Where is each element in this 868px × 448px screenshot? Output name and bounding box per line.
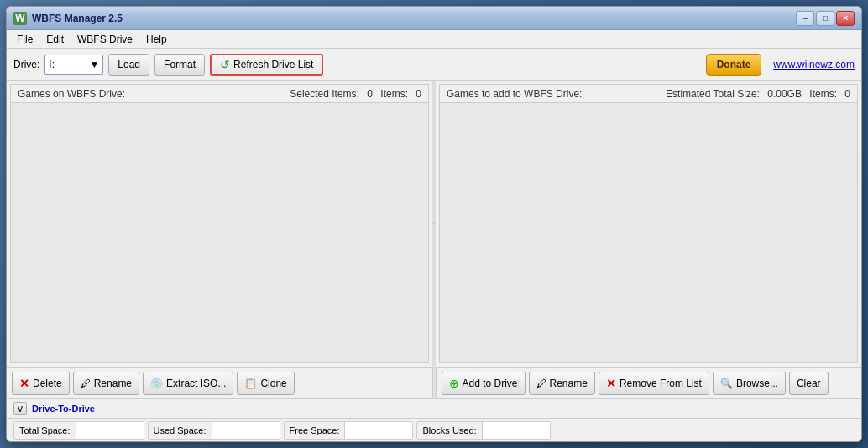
delete-label: Delete — [33, 378, 62, 389]
used-space-label: Used Space: — [149, 422, 212, 439]
window-controls: – □ ✕ — [796, 11, 855, 26]
free-space-value — [345, 422, 412, 439]
menu-bar: File Edit WBFS Drive Help — [7, 30, 861, 49]
total-space-label: Total Space: — [14, 422, 76, 439]
left-panel: Games on WBFS Drive: Selected Items: 0 I… — [10, 84, 429, 363]
estimated-size-label: Estimated Total Size: — [666, 88, 760, 100]
refresh-label: Refresh Drive List — [233, 59, 313, 70]
refresh-icon: ↺ — [220, 58, 230, 71]
drive-value: I: — [49, 59, 55, 70]
rename-left-label: Rename — [94, 378, 132, 389]
status-bar: Total Space: Used Space: Free Space: Blo… — [7, 418, 861, 441]
selected-items-label: Selected Items: — [290, 88, 359, 100]
blocks-used-label: Blocks Used: — [417, 422, 482, 439]
used-space-value — [212, 422, 280, 439]
extract-icon: 💿 — [150, 378, 163, 389]
drive-dropdown[interactable]: I: ▼ — [44, 55, 103, 75]
donate-button[interactable]: Donate — [706, 54, 762, 76]
total-space-value — [76, 422, 144, 439]
rename-right-button[interactable]: 🖊 Rename — [529, 372, 595, 395]
menu-wbfs-drive[interactable]: WBFS Drive — [71, 32, 139, 47]
right-panel: Games to add to WBFS Drive: Estimated To… — [439, 84, 858, 363]
donate-label: Donate — [717, 59, 751, 70]
splitter-handle: ⋮ — [430, 219, 438, 228]
left-action-bar: ✕ Delete 🖊 Rename 💿 Extract ISO... 📋 Clo… — [7, 367, 432, 398]
browse-icon: 🔍 — [720, 378, 733, 389]
menu-edit[interactable]: Edit — [39, 32, 71, 47]
drive-to-drive-bar: v Drive-To-Drive — [7, 398, 861, 418]
left-panel-title: Games on WBFS Drive: — [18, 88, 125, 100]
add-to-drive-label: Add to Drive — [463, 378, 518, 389]
format-button[interactable]: Format — [154, 54, 205, 76]
app-icon: W — [13, 12, 27, 25]
toolbar: Drive: I: ▼ Load Format ↺ Refresh Drive … — [7, 49, 861, 81]
clear-label: Clear — [797, 378, 821, 389]
browse-label: Browse... — [736, 378, 778, 389]
minimize-button[interactable]: – — [796, 11, 814, 26]
items-label: Items: — [380, 88, 408, 100]
right-panel-list[interactable] — [440, 103, 857, 362]
main-content: Games on WBFS Drive: Selected Items: 0 I… — [7, 81, 861, 367]
free-space-field: Free Space: — [284, 421, 414, 440]
left-panel-header: Games on WBFS Drive: Selected Items: 0 I… — [11, 85, 428, 103]
action-bars: ✕ Delete 🖊 Rename 💿 Extract ISO... 📋 Clo… — [7, 367, 861, 398]
selected-items-value: 0 — [367, 88, 373, 100]
maximize-button[interactable]: □ — [816, 11, 834, 26]
free-space-label: Free Space: — [285, 422, 346, 439]
left-panel-stats: Selected Items: 0 Items: 0 — [290, 88, 421, 100]
delete-button[interactable]: ✕ Delete — [12, 372, 70, 395]
add-to-drive-button[interactable]: ⊕ Add to Drive — [442, 372, 526, 395]
panel-splitter[interactable]: ⋮ — [432, 81, 436, 367]
remove-icon: ✕ — [606, 377, 616, 390]
load-button[interactable]: Load — [108, 54, 149, 76]
used-space-field: Used Space: — [148, 421, 280, 440]
main-window: W WBFS Manager 2.5 – □ ✕ File Edit WBFS … — [6, 6, 862, 442]
extract-button[interactable]: 💿 Extract ISO... — [143, 372, 233, 395]
drive-to-drive-label: Drive-To-Drive — [32, 404, 95, 414]
clone-label: Clone — [260, 378, 286, 389]
drive-label: Drive: — [13, 59, 39, 70]
add-icon: ⊕ — [449, 377, 459, 390]
rename-right-icon: 🖊 — [536, 378, 546, 389]
right-items-value: 0 — [844, 88, 850, 100]
right-panel-title: Games to add to WBFS Drive: — [447, 88, 582, 100]
right-panel-header: Games to add to WBFS Drive: Estimated To… — [440, 85, 857, 103]
collapse-icon: v — [18, 403, 23, 414]
rename-left-button[interactable]: 🖊 Rename — [73, 372, 139, 395]
right-items-label: Items: — [809, 88, 837, 100]
clone-icon: 📋 — [244, 378, 257, 389]
load-label: Load — [118, 59, 140, 70]
blocks-used-field: Blocks Used: — [416, 421, 550, 440]
close-button[interactable]: ✕ — [836, 11, 855, 26]
clear-button[interactable]: Clear — [789, 372, 829, 395]
rename-right-label: Rename — [550, 378, 588, 389]
blocks-used-value — [483, 422, 550, 439]
window-title: WBFS Manager 2.5 — [32, 13, 796, 24]
browse-button[interactable]: 🔍 Browse... — [713, 372, 786, 395]
menu-file[interactable]: File — [10, 32, 39, 47]
left-panel-list[interactable] — [11, 103, 428, 362]
website-link[interactable]: www.wiinewz.com — [773, 59, 855, 70]
right-action-bar: ⊕ Add to Drive 🖊 Rename ✕ Remove From Li… — [437, 367, 862, 398]
refresh-button[interactable]: ↺ Refresh Drive List — [210, 54, 323, 76]
menu-help[interactable]: Help — [139, 32, 174, 47]
delete-icon: ✕ — [19, 377, 29, 390]
right-panel-stats: Estimated Total Size: 0.00GB Items: 0 — [666, 88, 850, 100]
format-label: Format — [164, 59, 196, 70]
extract-label: Extract ISO... — [166, 378, 226, 389]
dtd-collapse-button[interactable]: v — [13, 402, 27, 415]
remove-from-list-button[interactable]: ✕ Remove From List — [599, 372, 709, 395]
remove-from-list-label: Remove From List — [620, 378, 702, 389]
total-space-field: Total Space: — [13, 421, 144, 440]
title-bar: W WBFS Manager 2.5 – □ ✕ — [7, 7, 861, 30]
items-value: 0 — [416, 88, 421, 100]
clone-button[interactable]: 📋 Clone — [237, 372, 294, 395]
drive-dropdown-arrow: ▼ — [89, 59, 99, 70]
estimated-size-value: 0.00GB — [767, 88, 802, 100]
rename-left-icon: 🖊 — [81, 378, 91, 389]
